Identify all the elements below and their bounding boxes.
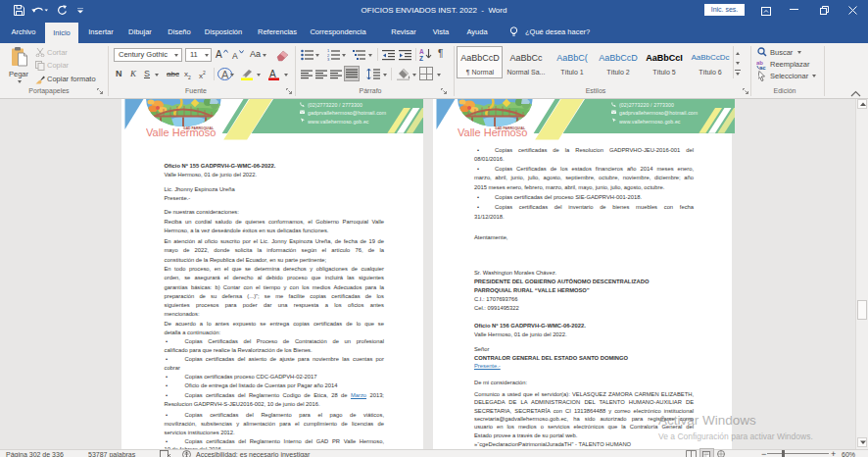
svg-text:3: 3 xyxy=(327,57,330,61)
svg-text:ac: ac xyxy=(759,65,766,70)
svg-text:A: A xyxy=(221,69,229,80)
svg-text:A: A xyxy=(419,48,424,55)
svg-text:A: A xyxy=(269,69,276,79)
svg-text:Z: Z xyxy=(419,55,423,61)
